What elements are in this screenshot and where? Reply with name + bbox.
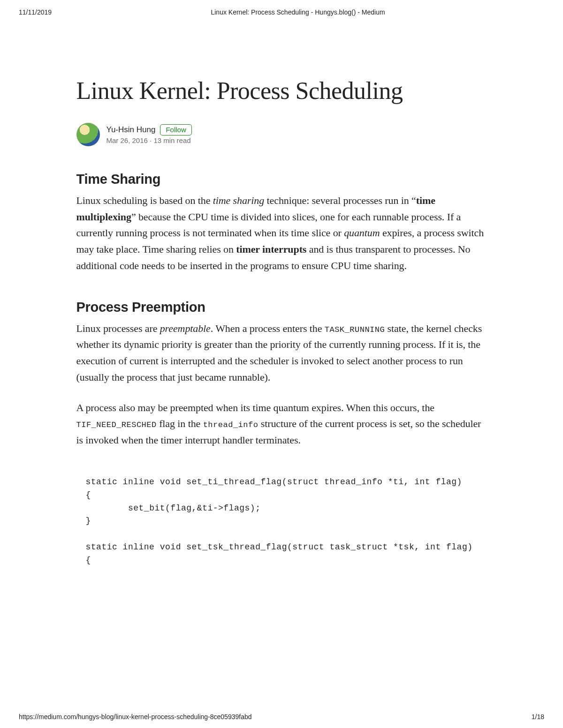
text-run: A process also may be preempted when its… bbox=[76, 402, 434, 413]
byline: Yu-Hsin Hung Follow Mar 26, 2016 · 13 mi… bbox=[76, 123, 487, 146]
avatar[interactable] bbox=[76, 123, 100, 146]
article-content: Linux Kernel: Process Scheduling Yu-Hsin… bbox=[76, 77, 487, 567]
code-block: static inline void set_ti_thread_flag(st… bbox=[86, 476, 478, 567]
print-title: Linux Kernel: Process Scheduling - Hungy… bbox=[211, 8, 385, 16]
inline-code: TIF_NEED_RESCHED bbox=[76, 420, 157, 429]
author-name[interactable]: Yu-Hsin Hung bbox=[107, 125, 156, 135]
print-footer: https://medium.com/hungys-blog/linux-ker… bbox=[0, 713, 563, 720]
article-title: Linux Kernel: Process Scheduling bbox=[76, 77, 487, 105]
text-italic: preemptable bbox=[160, 323, 211, 334]
article-meta: Mar 26, 2016 · 13 min read bbox=[107, 136, 192, 144]
meta-sep: · bbox=[148, 136, 154, 144]
print-page-number: 1/18 bbox=[532, 713, 544, 720]
text-run: Linux processes are bbox=[76, 323, 160, 334]
byline-text: Yu-Hsin Hung Follow Mar 26, 2016 · 13 mi… bbox=[107, 124, 192, 144]
inline-code: TASK_RUNNING bbox=[325, 325, 385, 334]
text-bold: timer interrupts bbox=[236, 243, 306, 255]
paragraph-preemption-2: A process also may be preempted when its… bbox=[76, 400, 487, 449]
heading-process-preemption: Process Preemption bbox=[76, 300, 487, 315]
follow-button[interactable]: Follow bbox=[160, 124, 191, 135]
paragraph-preemption-1: Linux processes are preemptable. When a … bbox=[76, 321, 487, 386]
text-italic: quantum bbox=[344, 227, 380, 239]
article-date: Mar 26, 2016 bbox=[107, 136, 148, 144]
byline-top-row: Yu-Hsin Hung Follow bbox=[107, 124, 192, 135]
print-date: 11/11/2019 bbox=[19, 8, 52, 16]
text-run: flag in the bbox=[157, 418, 203, 429]
read-time: 13 min read bbox=[153, 136, 190, 144]
text-run: Linux scheduling is based on the bbox=[76, 195, 213, 206]
print-header: 11/11/2019 Linux Kernel: Process Schedul… bbox=[0, 0, 563, 16]
inline-code: thread_info bbox=[203, 420, 259, 429]
text-italic: time sharing bbox=[213, 195, 264, 206]
paragraph-time-sharing: Linux scheduling is based on the time sh… bbox=[76, 193, 487, 274]
text-run: technique: several processes run in “ bbox=[264, 195, 416, 206]
print-url: https://medium.com/hungys-blog/linux-ker… bbox=[19, 713, 252, 720]
heading-time-sharing: Time Sharing bbox=[76, 172, 487, 187]
text-run: . When a process enters the bbox=[211, 323, 325, 334]
